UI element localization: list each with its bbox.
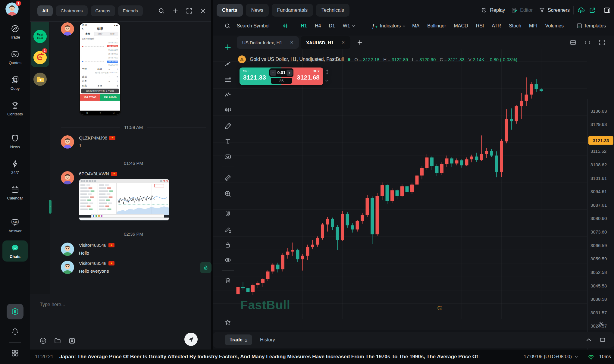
indicator-chip-rsi[interactable]: RSI bbox=[476, 23, 484, 29]
search-icon[interactable] bbox=[158, 7, 165, 14]
send-button[interactable] bbox=[184, 333, 198, 346]
server-time[interactable]: 17:09:06 (UTC+08:00) bbox=[524, 354, 578, 359]
delete-icon[interactable] bbox=[224, 277, 232, 284]
trend-line-icon[interactable] bbox=[224, 60, 232, 68]
nav-tab-fundamentals[interactable]: Fundamentals bbox=[272, 4, 313, 17]
timeframe-h1[interactable]: H1 bbox=[301, 23, 307, 29]
apps-grid-icon[interactable] bbox=[11, 349, 19, 357]
symbol-tab-xauusd[interactable]: XAUUSD, H1✕ bbox=[301, 36, 350, 49]
sticker-icon[interactable] bbox=[224, 153, 232, 161]
nav-tab-charts[interactable]: Charts bbox=[217, 4, 243, 17]
indicator-chip-volumes[interactable]: Volumes bbox=[545, 23, 564, 29]
pattern-icon[interactable] bbox=[224, 91, 232, 99]
bell-icon[interactable] bbox=[11, 327, 19, 336]
svg-text:Bull: Bull bbox=[37, 36, 43, 40]
rail-item-copy[interactable]: $Copy bbox=[2, 72, 28, 93]
crosshair-icon[interactable] bbox=[224, 43, 232, 51]
symbol-tab-usd-index[interactable]: US Dollar Index, H1✕ bbox=[237, 36, 299, 49]
notification-badge: 1 bbox=[16, 1, 21, 6]
rail-item-quotes[interactable]: Quotes bbox=[2, 47, 28, 68]
minimize-icon[interactable] bbox=[584, 39, 591, 46]
attachment-desktop-screenshot[interactable] bbox=[79, 179, 169, 221]
visibility-icon[interactable] bbox=[224, 256, 232, 264]
amount-value[interactable]: 0.01 bbox=[277, 70, 285, 75]
drag-handle[interactable] bbox=[325, 69, 328, 74]
drawing-lock-icon[interactable] bbox=[224, 226, 232, 234]
rail-item-news[interactable]: News bbox=[2, 131, 28, 152]
layout-grid-icon[interactable] bbox=[569, 39, 577, 46]
timeframe-w1[interactable]: W1 bbox=[343, 23, 356, 29]
search-symbol-icon[interactable] bbox=[224, 23, 231, 29]
templates-button[interactable]: Templates bbox=[576, 23, 606, 29]
brush-icon[interactable] bbox=[224, 122, 232, 130]
latency: 10ms bbox=[599, 354, 611, 359]
tab-history[interactable]: History bbox=[260, 337, 275, 343]
screeners-button[interactable]: Screeners bbox=[539, 7, 570, 14]
contact-card-icon[interactable] bbox=[68, 337, 76, 345]
chat-tab-chatrooms[interactable]: Chatrooms bbox=[56, 5, 87, 16]
replay-button[interactable]: Replay bbox=[481, 7, 505, 14]
amount-minus-button[interactable]: − bbox=[270, 70, 276, 76]
text-tool-icon[interactable] bbox=[224, 137, 232, 145]
tab-trade[interactable]: Trade2 bbox=[225, 334, 252, 345]
conversation-fastbull[interactable]: FastBull bbox=[33, 30, 47, 43]
nav-tab-news[interactable]: News bbox=[246, 4, 269, 17]
conversation-folder[interactable] bbox=[33, 72, 47, 86]
cloud-sync-icon[interactable] bbox=[577, 6, 585, 14]
rail-item-contests[interactable]: Contests bbox=[2, 98, 28, 119]
message-input[interactable]: Type here... bbox=[40, 302, 65, 307]
editor-button[interactable]: Editor bbox=[511, 7, 533, 14]
chart-settings-gear-icon[interactable] bbox=[597, 321, 604, 328]
indicator-chip-macd[interactable]: MACD bbox=[454, 23, 468, 29]
room-lock-button[interactable] bbox=[200, 262, 211, 273]
chart-canvas[interactable]: Gold vs US Dollar, H1, Unadjusted, FastB… bbox=[213, 49, 614, 330]
trading-app-button[interactable] bbox=[7, 304, 23, 319]
indicators-button[interactable]: ƒ+Indicators bbox=[372, 23, 406, 29]
maximize-icon[interactable] bbox=[598, 39, 606, 46]
chart-type-icon[interactable] bbox=[282, 23, 289, 29]
rail-item-answer[interactable]: AskAnswer bbox=[2, 215, 28, 236]
lock-icon[interactable] bbox=[224, 241, 232, 249]
rail-item-live[interactable]: 24/7 bbox=[2, 156, 28, 177]
attachment-phone-screenshot[interactable]: 10:55▲■◐ <苹果 市价限价突破 实时tick行情⌃ 154.618001… bbox=[79, 22, 121, 116]
amount-plus-button[interactable]: + bbox=[287, 70, 293, 76]
indicator-chip-atr[interactable]: ATR bbox=[492, 23, 501, 29]
close-tab-icon[interactable]: ✕ bbox=[341, 40, 345, 45]
indicator-chip-mfi[interactable]: MFI bbox=[529, 23, 537, 29]
indicator-chip-ma[interactable]: MA bbox=[412, 23, 419, 29]
chat-tab-all[interactable]: All bbox=[37, 5, 53, 16]
nav-tab-technicals[interactable]: Technicals bbox=[316, 4, 349, 17]
close-tab-icon[interactable]: ✕ bbox=[290, 40, 294, 45]
collapse-widget-icon[interactable] bbox=[324, 78, 329, 83]
search-symbol-button[interactable]: Search Symbol bbox=[237, 23, 270, 29]
avatar bbox=[61, 243, 74, 256]
expand-panel-icon[interactable] bbox=[585, 336, 592, 344]
chat-tab-groups[interactable]: Groups bbox=[91, 5, 115, 16]
rail-item-trade[interactable]: Trade bbox=[2, 21, 28, 42]
open-external-icon[interactable] bbox=[589, 7, 596, 14]
rail-item-calendar[interactable]: Calendar bbox=[2, 182, 28, 203]
window-icon[interactable] bbox=[599, 336, 606, 344]
attach-file-icon[interactable] bbox=[54, 337, 61, 345]
add-chat-icon[interactable] bbox=[172, 7, 179, 14]
rail-item-chats[interactable]: Chats bbox=[2, 240, 28, 262]
symbol-tabs: US Dollar Index, H1✕XAUUSD, H1✕ bbox=[213, 36, 614, 49]
timeframe-h4[interactable]: H4 bbox=[315, 23, 321, 29]
indicator-chip-stoch[interactable]: Stoch bbox=[509, 23, 521, 29]
ruler-icon[interactable] bbox=[224, 174, 232, 182]
fullscreen-icon[interactable] bbox=[186, 7, 193, 14]
magnet-icon[interactable] bbox=[224, 210, 232, 218]
add-symbol-tab-icon[interactable] bbox=[356, 39, 363, 46]
forecast-candles-icon[interactable] bbox=[224, 106, 232, 114]
fib-lines-icon[interactable] bbox=[224, 76, 232, 84]
favorites-icon[interactable] bbox=[224, 318, 232, 326]
timeframe-d1[interactable]: D1 bbox=[329, 23, 335, 29]
indicator-chip-bollinger[interactable]: Bollinger bbox=[427, 23, 446, 29]
china-flag-icon: ★ bbox=[111, 172, 117, 176]
zoom-in-icon[interactable] bbox=[224, 190, 232, 198]
chat-panel: AllChatroomsGroupsFriends FastBull 1 ‹ bbox=[30, 0, 211, 350]
chat-tab-friends[interactable]: Friends bbox=[118, 5, 143, 16]
panel-toggle-icon[interactable] bbox=[603, 6, 611, 14]
emoji-icon[interactable] bbox=[39, 337, 47, 345]
close-icon[interactable] bbox=[199, 7, 207, 14]
